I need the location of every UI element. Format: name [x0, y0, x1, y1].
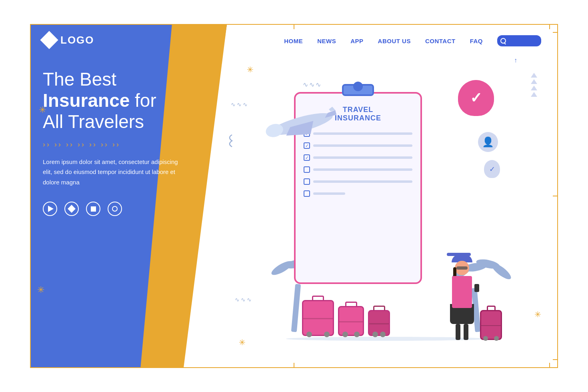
clipboard-ring: [353, 82, 363, 91]
traveler-character: [450, 261, 474, 340]
illustration: ✓ TRAVEL INSURANCE ✓ ✓: [246, 68, 526, 348]
airplane-icon: [260, 104, 344, 149]
deco-blue-arrow-up: ↑: [514, 57, 517, 64]
traveler-legs: [456, 324, 468, 340]
traveler-leg-right: [464, 324, 468, 340]
mini-shield-icon: ✓: [484, 160, 500, 178]
hero-title-for: for: [130, 90, 156, 111]
traveler-leg-left: [456, 324, 460, 340]
profile-silhouette-icon: 👤: [482, 136, 494, 148]
nav-home[interactable]: HOME: [284, 38, 303, 44]
search-bar[interactable]: [497, 35, 541, 46]
traveler-head-area: [455, 261, 469, 275]
play-button[interactable]: [43, 202, 57, 216]
hero-title: The Best Insurance for All Travelers: [43, 69, 187, 132]
rolling-luggage-wheel-right: [494, 336, 499, 341]
nav-app[interactable]: APP: [350, 38, 363, 44]
deco-arrows-right: [531, 73, 537, 97]
hero-title-line1: The Best: [43, 69, 116, 90]
nav-news[interactable]: NEWS: [317, 38, 336, 44]
clipboard-line-6: [304, 190, 412, 197]
traveler-rolling-luggage: [480, 310, 502, 340]
hero-title-insurance: Insurance: [43, 90, 130, 111]
traveler-body: [452, 276, 472, 308]
square-button[interactable]: [86, 202, 100, 216]
nav-links: HOME NEWS APP ABOUT US CONTACT FAQ: [284, 35, 541, 46]
deco-asterisk-2: ✳: [37, 285, 44, 295]
nav-contact[interactable]: CONTACT: [425, 38, 456, 44]
clipboard-line-5: [304, 178, 412, 185]
diamond-button[interactable]: [64, 202, 79, 216]
nav-about[interactable]: ABOUT US: [378, 38, 411, 44]
square-icon: [91, 206, 96, 212]
luggage-medium: [338, 306, 364, 336]
diamond-icon: [68, 205, 76, 213]
chevrons-row: ›› ›› ›› ›› ›› ›› ››: [43, 140, 187, 149]
circle-button[interactable]: [108, 202, 122, 216]
shield-icon: ✓: [458, 80, 494, 120]
rolling-luggage-handle: [487, 306, 496, 310]
traveler-phone: [474, 284, 479, 292]
chevron-decorations: ›› ›› ›› ›› ›› ›› ››: [43, 140, 120, 149]
corner-tick-br-h: [553, 359, 558, 360]
page-wrapper: HOME NEWS APP ABOUT US CONTACT FAQ LOGO …: [30, 24, 558, 368]
left-panel: LOGO The Best Insurance for All Traveler…: [31, 25, 227, 367]
luggage-small: [368, 310, 390, 336]
border-tick-right: [553, 196, 558, 196]
clipboard-line-4: [304, 166, 412, 173]
traveler-head: [455, 261, 469, 275]
luggage-large: [302, 300, 334, 336]
nav-faq[interactable]: FAQ: [470, 38, 483, 44]
header: HOME NEWS APP ABOUT US CONTACT FAQ: [31, 25, 557, 57]
action-icons: [43, 202, 187, 216]
right-area: ✳ ∿∿∿ ∿∿∿ ↑ ✳ ∿∿∿: [223, 57, 549, 359]
deco-gold-asterisk-2: ✳: [534, 310, 541, 319]
corner-tick-br-v: [549, 363, 550, 368]
rolling-luggage-stripe: [481, 325, 501, 326]
rolling-luggage-wheel-left: [483, 336, 488, 341]
hero-description: Lorem ipsum dolor sit amet, consectetur …: [43, 157, 187, 188]
clipboard-clip: [342, 84, 374, 96]
hero-content: The Best Insurance for All Travelers ›› …: [43, 69, 187, 216]
deco-asterisk-1: ✳: [39, 105, 46, 115]
hero-title-line3: All Travelers: [43, 111, 144, 132]
profile-icon: 👤: [478, 132, 498, 152]
border-tick-bottom: [294, 363, 294, 368]
play-icon: [48, 206, 54, 212]
circle-icon: [112, 206, 118, 212]
traveler-hat-brim: [447, 253, 471, 256]
search-icon: [500, 38, 506, 44]
traveler-sunglasses: [456, 266, 468, 270]
luggage-group: [302, 300, 390, 336]
clipboard-line-3: ✓: [304, 154, 412, 161]
